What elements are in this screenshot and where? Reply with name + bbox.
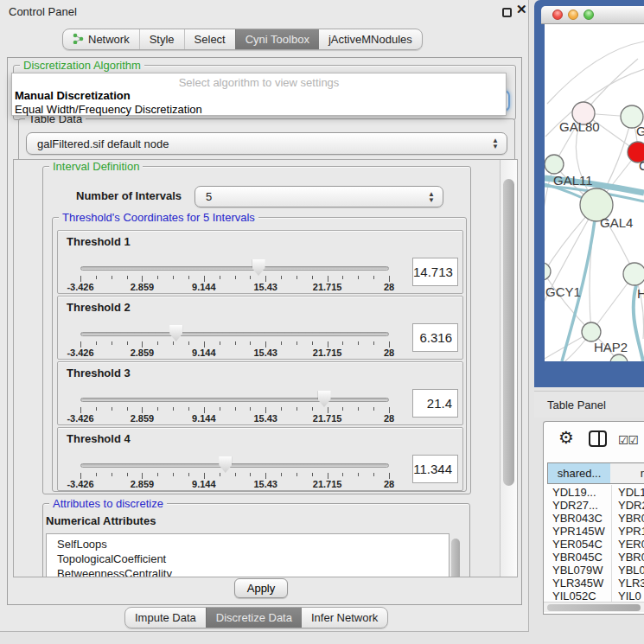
slider-track[interactable] [80, 398, 389, 402]
zoom-traffic-light-icon[interactable] [583, 10, 594, 20]
threshold-value-field[interactable]: 21.4 [412, 389, 458, 418]
split-columns-icon[interactable] [589, 430, 607, 447]
table-cell[interactable]: YLR3 [618, 577, 644, 590]
scrollbar-thumb[interactable] [503, 179, 514, 486]
column-header-label: shared... [558, 467, 602, 480]
attributes-list[interactable]: SelfLoopsTopologicalCoefficientBetweenne… [46, 533, 450, 577]
threshold-value-field[interactable]: 11.344 [412, 455, 458, 483]
table-cell[interactable]: YIL052C [552, 590, 596, 603]
tick-mark [265, 341, 266, 348]
close-icon[interactable]: ✕ [516, 2, 527, 17]
apply-button[interactable]: Apply [234, 578, 288, 598]
tab-jactivemnodules[interactable]: jActiveMNodules [319, 29, 422, 49]
table-cell[interactable]: YER0 [618, 538, 644, 551]
tick-mark [173, 341, 174, 345]
table-cell[interactable]: YBR0 [618, 551, 644, 564]
tick-mark [358, 473, 359, 476]
scrollbar-thumb[interactable] [547, 604, 641, 611]
table-data-value: galFiltered.sif default node [37, 137, 169, 150]
table-cell[interactable]: YBR043C [552, 512, 603, 525]
table-cell[interactable]: YDR2 [618, 499, 644, 512]
slider-track[interactable] [80, 332, 389, 336]
slider-thumb[interactable] [169, 325, 182, 341]
node-label: GAL11 [553, 173, 593, 188]
network-icon [73, 33, 84, 47]
tick-mark [80, 473, 81, 479]
right-node[interactable] [623, 263, 644, 285]
tab-select[interactable]: Select [184, 29, 235, 49]
tick-mark [389, 341, 390, 348]
float-window-icon[interactable] [502, 8, 512, 17]
tab-discretize-data[interactable]: Discretize Data [206, 608, 302, 628]
attribute-item[interactable]: TopologicalCoefficient [47, 552, 449, 566]
tab-network[interactable]: Network [63, 29, 139, 49]
gear-icon[interactable]: ⚙ [558, 427, 574, 448]
tick-mark [296, 473, 297, 476]
table-cell[interactable]: YBR0 [618, 512, 644, 525]
table-cell[interactable]: YER054C [552, 538, 603, 551]
tick-mark [142, 407, 143, 413]
slider-thumb[interactable] [252, 259, 265, 276]
table-cell[interactable]: YBL0 [618, 564, 644, 577]
table-cell[interactable]: YPR145W [552, 525, 605, 538]
vertical-scrollbar[interactable] [500, 160, 517, 577]
dropdown-item-manual-discretization[interactable]: Manual Discretization [15, 89, 131, 102]
tick-mark [112, 473, 112, 476]
table-cell[interactable]: YBR045C [552, 551, 603, 564]
threshold-label: Threshold 1 [67, 235, 131, 248]
tick-mark [220, 341, 220, 345]
select-columns-icon[interactable]: ☑☑ [618, 433, 638, 447]
tick-mark [188, 276, 189, 279]
threshold-value-field[interactable]: 14.713 [412, 258, 458, 286]
tick-mark [296, 276, 297, 279]
number-of-intervals-select[interactable]: 5 ▲▼ [194, 186, 443, 207]
tick-mark [389, 276, 390, 282]
dropdown-item-equal-width[interactable]: Equal Width/Frequency Discretization [15, 103, 202, 116]
table-cell[interactable]: YLR345W [552, 577, 603, 590]
mac-titlebar[interactable] [541, 6, 644, 24]
list-scrollbar-thumb[interactable] [451, 539, 460, 577]
table-cell[interactable]: YPR1 [618, 525, 644, 538]
attribute-item[interactable]: SelfLoops [47, 537, 449, 552]
threshold-value-field[interactable]: 6.316 [412, 323, 458, 352]
slider-track[interactable] [80, 463, 389, 468]
GAL11-node[interactable] [545, 155, 564, 174]
tab-impute-data[interactable]: Impute Data [125, 608, 206, 628]
tab-style[interactable]: Style [139, 29, 184, 49]
HAP2-node[interactable] [582, 322, 601, 341]
horizontal-scrollbar[interactable] [544, 602, 644, 612]
close-traffic-light-icon[interactable] [552, 10, 563, 20]
tick-mark [235, 473, 236, 476]
column-header-shared-name[interactable]: shared... [547, 462, 611, 484]
network-graph: GAL80GCGAL11GAL4GCY1HHAP2 [545, 24, 644, 361]
node-label: HAP2 [594, 340, 628, 354]
node-label: H [637, 286, 644, 301]
network-canvas[interactable]: GAL80GCGAL11GAL4GCY1HHAP2 [545, 24, 644, 361]
settings-scrollpane: Interval Definition Number of Intervals … [13, 159, 518, 577]
table-cell[interactable]: YIL0 [618, 590, 641, 603]
tick-mark [204, 407, 205, 413]
tab-cyni-toolbox[interactable]: Cyni Toolbox [235, 29, 319, 49]
tick-mark [173, 407, 174, 411]
tick-mark [389, 473, 390, 479]
slider-thumb[interactable] [219, 456, 232, 473]
tick-label: 15.43 [239, 413, 291, 424]
tick-mark [157, 407, 158, 411]
tick-mark [80, 341, 81, 348]
table-cell[interactable]: YDL1 [618, 486, 644, 499]
table-data-select[interactable]: galFiltered.sif default node ▲▼ [26, 132, 507, 155]
table-cell[interactable]: YDL19... [552, 486, 596, 499]
tick-mark [127, 473, 128, 476]
slider-track[interactable] [80, 266, 389, 271]
minimize-traffic-light-icon[interactable] [568, 10, 578, 20]
tick-mark [328, 341, 328, 348]
tick-label: 2.859 [116, 479, 168, 489]
table-cell[interactable]: YBL079W [552, 564, 603, 577]
table-cell[interactable]: YDR27... [552, 499, 598, 512]
tab-infer-network[interactable]: Infer Network [302, 608, 387, 628]
GCY1-node[interactable] [545, 263, 551, 280]
slider-thumb[interactable] [318, 391, 331, 407]
threshold-3-panel: Threshold 3-3.4262.8599.14415.4321.71528… [57, 361, 463, 425]
attribute-item[interactable]: BetweennessCentrality [47, 566, 449, 577]
column-header-name[interactable]: n [610, 462, 644, 484]
